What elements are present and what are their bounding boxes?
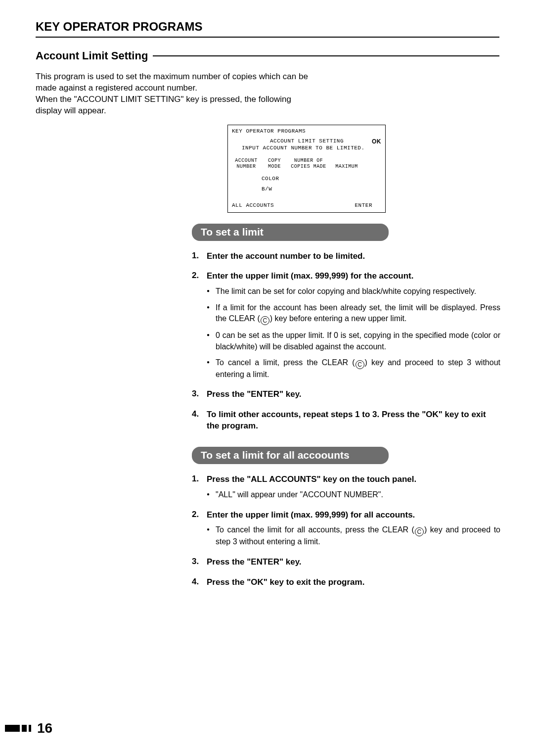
steps-block2: Press the "ALL ACCOUNTS" key on the touc… — [192, 474, 500, 588]
col-maximum: MAXIMUM — [333, 164, 360, 170]
col-copy: COPY — [265, 158, 284, 164]
ok-button[interactable]: OK — [372, 138, 381, 145]
step-item: Enter the upper limit (max. 999,999) for… — [192, 271, 500, 380]
step-title: Enter the upper limit (max. 999,999) for… — [207, 271, 500, 282]
sub-bullets: The limit can be set for color copying a… — [207, 286, 500, 380]
enter-button[interactable]: ENTER — [355, 202, 372, 208]
clear-key-icon: C — [261, 316, 269, 325]
bullet-item: To cancel the limit for all accounts, pr… — [207, 524, 500, 547]
step-item: Press the "OK" key to exit the program. — [192, 577, 500, 588]
page-number-wrap: 16 — [5, 720, 52, 736]
page-title: KEY OPERATOR PROGRAMS — [36, 20, 499, 38]
bullet-item: "ALL" will appear under "ACCOUNT NUMBER"… — [207, 489, 500, 500]
section-heading: Account Limit Setting — [36, 49, 148, 62]
col-number: NUMBER — [232, 164, 261, 170]
heading-rule — [153, 55, 499, 56]
col-account: ACCOUNT — [232, 158, 261, 164]
step-item: Press the "ENTER" key. — [192, 557, 500, 568]
step-title: To limit other accounts, repeat steps 1 … — [207, 409, 500, 432]
clear-key-icon: C — [415, 527, 424, 536]
step-title: Enter the upper limit (max. 999,999) for… — [207, 510, 500, 521]
step-item: Press the "ENTER" key. — [192, 389, 500, 400]
col-mode: MODE — [265, 164, 284, 170]
bullet-item: If a limit for the account has been alre… — [207, 302, 500, 325]
bullet-item: To cancel a limit, press the CLEAR (C) k… — [207, 357, 500, 380]
step-item: Enter the account number to be limited. — [192, 251, 500, 262]
page-number: 16 — [37, 720, 52, 736]
bullet-item: The limit can be set for color copying a… — [207, 286, 500, 297]
step-title: Press the "ALL ACCOUNTS" key on the touc… — [207, 474, 500, 485]
screen-columns: ACCOUNT NUMBER COPY MODE NUMBER OF COPIE… — [232, 158, 381, 170]
intro-text: This program is used to set the maximum … — [36, 71, 312, 117]
step-title: Press the "ENTER" key. — [207, 389, 500, 400]
all-accounts-button[interactable]: ALL ACCOUNTS — [232, 202, 274, 208]
mode-bw: B/W — [262, 184, 381, 194]
col-copiesmade: COPIES MADE — [288, 164, 329, 170]
sub-bullets: To cancel the limit for all accounts, pr… — [207, 524, 500, 547]
screen-top-label: KEY OPERATOR PROGRAMS — [232, 128, 381, 134]
bullet-item: 0 can be set as the upper limit. If 0 is… — [207, 330, 500, 352]
mode-color: COLOR — [262, 174, 381, 184]
subheader-all-accounts: To set a limit for all accoounts — [192, 447, 389, 464]
clear-key-icon: C — [356, 360, 364, 369]
subheader-set-limit: To set a limit — [192, 224, 389, 241]
step-item: Press the "ALL ACCOUNTS" key on the touc… — [192, 474, 500, 500]
screen-panel: KEY OPERATOR PROGRAMS ACCOUNT LIMIT SETT… — [227, 125, 386, 213]
col-numberof: NUMBER OF — [288, 158, 329, 164]
step-title: Press the "OK" key to exit the program. — [207, 577, 500, 588]
section-heading-row: Account Limit Setting — [36, 49, 499, 62]
page-number-bars-icon — [5, 725, 31, 732]
step-title: Enter the account number to be limited. — [207, 251, 500, 262]
step-title: Press the "ENTER" key. — [207, 557, 500, 568]
step-item: To limit other accounts, repeat steps 1 … — [192, 409, 500, 432]
steps-block1: Enter the account number to be limited.E… — [192, 251, 500, 432]
step-item: Enter the upper limit (max. 999,999) for… — [192, 510, 500, 548]
sub-bullets: "ALL" will appear under "ACCOUNT NUMBER"… — [207, 489, 500, 500]
screen-title: ACCOUNT LIMIT SETTING — [242, 138, 372, 144]
screen-prompt: INPUT ACCOUNT NUMBER TO BE LIMITED. — [242, 145, 381, 151]
